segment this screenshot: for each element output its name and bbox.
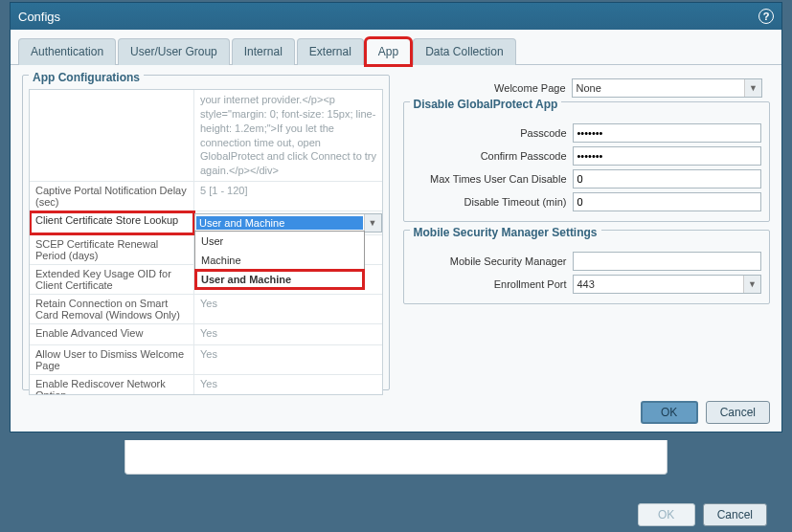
tabs: Authentication User/User Group Internal … xyxy=(11,30,781,65)
table-row: your internet provider.</p><p style="mar… xyxy=(30,90,382,182)
dismiss-welcome-value: Yes xyxy=(194,345,382,374)
captive-delay-value: 5 [1 - 120] xyxy=(194,182,382,211)
tab-external[interactable]: External xyxy=(297,38,364,65)
outer-ok-button: OK xyxy=(638,503,695,526)
modal-body: App Configurations your internet provide… xyxy=(11,65,781,400)
configs-modal: Configs ? Authentication User/User Group… xyxy=(10,2,782,432)
msm-input[interactable] xyxy=(573,252,762,271)
cert-lookup-label: Client Certificate Store Lookup xyxy=(30,211,194,234)
outer-cancel-button[interactable]: Cancel xyxy=(703,503,767,526)
table-row-cert-lookup: Client Certificate Store Lookup User and… xyxy=(30,211,382,235)
rediscover-value: Yes xyxy=(194,375,382,395)
ext-key-label: Extended Key Usage OID for Client Certif… xyxy=(30,265,194,294)
enable-adv-value: Yes xyxy=(194,324,382,344)
enrollment-port-value: 443 xyxy=(574,276,744,293)
chevron-down-icon[interactable]: ▼ xyxy=(744,79,761,97)
modal-footer: OK Cancel xyxy=(641,401,770,424)
table-row: Enable Advanced View Yes xyxy=(30,324,382,345)
enrollment-port-label: Enrollment Port xyxy=(412,278,567,290)
outer-footer: OK Cancel xyxy=(638,503,767,526)
chevron-down-icon[interactable]: ▼ xyxy=(364,214,381,232)
app-configurations-fieldset: App Configurations your internet provide… xyxy=(22,75,390,390)
config-table[interactable]: your internet provider.</p><p style="mar… xyxy=(29,89,383,395)
max-times-input[interactable] xyxy=(573,169,762,188)
right-panel: Welcome Page None ▼ Disable GlobalProtec… xyxy=(403,75,771,390)
retain-sc-label: Retain Connection on Smart Card Removal … xyxy=(30,295,194,323)
msm-label: Mobile Security Manager xyxy=(412,255,567,267)
confirm-passcode-input[interactable] xyxy=(573,146,762,166)
captive-delay-label: Captive Portal Notification Delay (sec) xyxy=(30,182,194,211)
table-row: Retain Connection on Smart Card Removal … xyxy=(30,295,382,324)
welcome-page-label: Welcome Page xyxy=(411,82,566,94)
cert-lookup-selected: User and Machine xyxy=(196,216,363,230)
row-value-html: your internet provider.</p><p style="mar… xyxy=(194,90,382,181)
dropdown-option-machine[interactable]: Machine xyxy=(195,251,364,270)
retain-sc-value: Yes xyxy=(194,295,382,323)
tab-data-collection[interactable]: Data Collection xyxy=(413,38,515,65)
tab-internal[interactable]: Internal xyxy=(232,38,295,65)
help-icon[interactable]: ? xyxy=(758,9,774,24)
tab-app[interactable]: App xyxy=(366,38,411,65)
dismiss-welcome-label: Allow User to Dismiss Welcome Page xyxy=(30,345,194,374)
outer-panel-strip xyxy=(124,440,668,475)
scep-renewal-label: SCEP Certificate Renewal Period (days) xyxy=(30,235,194,264)
modal-title: Configs xyxy=(18,10,758,24)
confirm-passcode-label: Confirm Passcode xyxy=(412,150,567,162)
welcome-page-row: Welcome Page None ▼ xyxy=(411,78,763,98)
passcode-label: Passcode xyxy=(412,127,567,139)
enrollment-port-dropdown[interactable]: 443 ▼ xyxy=(573,275,762,294)
disable-gp-fieldset: Disable GlobalProtect App Passcode Confi… xyxy=(403,101,771,222)
row-label xyxy=(30,90,194,181)
msm-fieldset: Mobile Security Manager Settings Mobile … xyxy=(403,230,771,304)
enable-adv-label: Enable Advanced View xyxy=(30,324,194,344)
cert-lookup-menu: User Machine User and Machine xyxy=(194,231,365,290)
table-row: Allow User to Dismiss Welcome Page Yes xyxy=(30,345,382,375)
disable-timeout-input[interactable] xyxy=(573,192,762,211)
modal-header: Configs ? xyxy=(11,3,781,30)
ok-button[interactable]: OK xyxy=(641,401,698,424)
left-panel: App Configurations your internet provide… xyxy=(22,75,390,390)
dropdown-option-user-and-machine[interactable]: User and Machine xyxy=(195,270,364,289)
dropdown-option-user[interactable]: User xyxy=(195,232,364,251)
disable-gp-legend: Disable GlobalProtect App xyxy=(410,98,562,111)
cancel-button[interactable]: Cancel xyxy=(706,401,770,424)
msm-legend: Mobile Security Manager Settings xyxy=(410,226,601,239)
tab-authentication[interactable]: Authentication xyxy=(18,38,116,65)
chevron-down-icon[interactable]: ▼ xyxy=(743,276,760,293)
passcode-input[interactable] xyxy=(573,123,762,143)
rediscover-label: Enable Rediscover Network Option xyxy=(30,375,194,395)
table-row: Captive Portal Notification Delay (sec) … xyxy=(30,182,382,211)
tab-user-group[interactable]: User/User Group xyxy=(118,38,230,65)
welcome-page-dropdown[interactable]: None ▼ xyxy=(572,78,763,98)
table-row: Enable Rediscover Network Option Yes xyxy=(30,375,382,395)
app-config-legend: App Configurations xyxy=(29,71,144,84)
cert-lookup-dropdown[interactable]: User and Machine ▼ xyxy=(194,213,382,233)
welcome-page-value: None xyxy=(573,79,745,97)
max-times-label: Max Times User Can Disable xyxy=(412,173,567,185)
disable-timeout-label: Disable Timeout (min) xyxy=(412,196,567,208)
cert-lookup-cell: User and Machine ▼ User Machine User and… xyxy=(194,211,382,234)
